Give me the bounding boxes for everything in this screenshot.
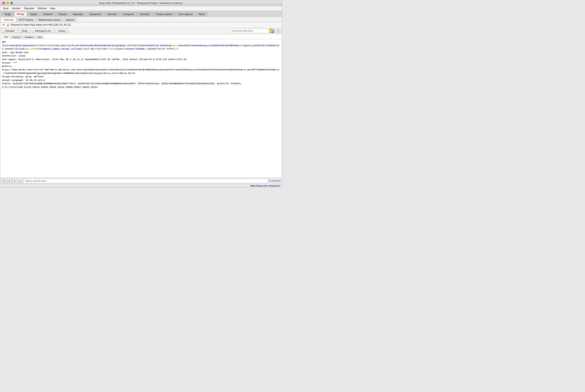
search-matches: 0 matches	[269, 180, 280, 182]
tab-intruder[interactable]: Intruder	[56, 12, 70, 16]
request-url: Request to https://sp2.baidu.com:443 [18…	[11, 23, 71, 26]
comment-input[interactable]	[230, 28, 268, 33]
tab-sequencer[interactable]: Sequencer	[86, 12, 104, 16]
menu-window[interactable]: Window	[36, 6, 48, 10]
search-add-button[interactable]: +	[12, 178, 17, 183]
subtab-http-history[interactable]: HTTP history	[16, 18, 36, 22]
sub-tab-bar: Intercept HTTP history WebSockets histor…	[0, 17, 282, 22]
view-tab-headers[interactable]: Headers	[23, 35, 36, 39]
edit-icon[interactable]: ✎	[2, 23, 5, 26]
intercept-button[interactable]: Intercept is on	[32, 28, 54, 33]
menu-repeater[interactable]: Repeater	[22, 6, 36, 10]
menubar: Burp Intruder Repeater Window Help	[0, 6, 282, 11]
tab-spider[interactable]: Spider	[27, 12, 40, 16]
search-input[interactable]	[23, 178, 268, 183]
maximize-button[interactable]	[10, 2, 13, 4]
toolbar: Forward Drop Intercept is on Action ?	[0, 28, 282, 34]
main-window: Burp Suite Professional v1.7.37 - Tempor…	[0, 0, 282, 188]
search-next-button[interactable]: >	[18, 178, 22, 183]
help-button[interactable]: ?	[276, 28, 280, 33]
lock-icon: 🔒	[6, 24, 10, 26]
window-title: Burp Suite Professional v1.7.37 - Tempor…	[100, 2, 182, 4]
forward-button[interactable]: Forward	[2, 28, 18, 33]
subtab-options[interactable]: Options	[63, 18, 76, 22]
main-content: ✎ 🔒 Request to https://sp2.baidu.com:443…	[0, 22, 282, 184]
status-url: https://blog.csdn.net/greyture	[250, 184, 280, 187]
close-button[interactable]	[2, 2, 5, 4]
view-tab-bar: Raw Params Headers Hex	[0, 34, 282, 39]
subtab-intercept[interactable]: Intercept	[2, 18, 16, 22]
tab-repeater[interactable]: Repeater	[70, 12, 86, 16]
request-body[interactable]: GET /8LUYsJW91Qh3otqbppnN2DJv/link?url=b…	[0, 39, 282, 178]
view-tab-raw[interactable]: Raw	[2, 35, 10, 39]
minimize-button[interactable]	[6, 2, 9, 4]
window-controls	[2, 2, 13, 4]
view-tab-hex[interactable]: Hex	[36, 35, 44, 39]
tab-proxy[interactable]: Proxy	[14, 12, 27, 16]
menu-burp[interactable]: Burp	[2, 6, 10, 10]
search-prev-button[interactable]: <	[7, 178, 12, 183]
view-tab-params[interactable]: Params	[11, 35, 22, 39]
tab-extender[interactable]: Extender	[137, 12, 153, 16]
top-tab-bar: Target Proxy Spider Scanner Intruder Rep…	[0, 11, 282, 17]
tab-alerts[interactable]: Alerts	[196, 12, 208, 16]
request-info-bar: ✎ 🔒 Request to https://sp2.baidu.com:443…	[0, 22, 282, 28]
search-bar: ? < + > 0 matches	[0, 178, 282, 184]
tab-comparer[interactable]: Comparer	[120, 12, 136, 16]
tab-target[interactable]: Target	[2, 12, 14, 16]
tab-decoder[interactable]: Decoder	[105, 12, 120, 16]
titlebar: Burp Suite Professional v1.7.37 - Tempor…	[0, 0, 282, 6]
subtab-websockets-history[interactable]: WebSockets history	[36, 18, 63, 22]
tab-user-options[interactable]: User options	[176, 12, 195, 16]
menu-help[interactable]: Help	[48, 6, 57, 10]
tab-project-options[interactable]: Project options	[153, 12, 175, 16]
action-button[interactable]: Action	[55, 28, 68, 33]
search-help-button[interactable]: ?	[2, 178, 6, 183]
drop-button[interactable]: Drop	[19, 28, 30, 33]
tab-scanner[interactable]: Scanner	[40, 12, 55, 16]
color-picker-button[interactable]	[270, 28, 274, 33]
status-bar: https://blog.csdn.net/greyture	[0, 184, 282, 188]
menu-intruder[interactable]: Intruder	[10, 6, 22, 10]
